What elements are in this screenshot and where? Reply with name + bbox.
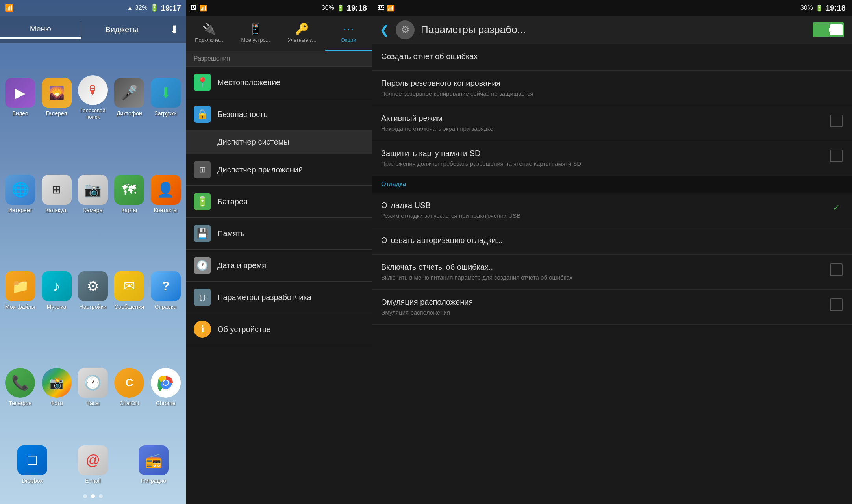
- app-downloads[interactable]: ⬇ Загрузки: [150, 51, 182, 144]
- dev-item-error-reports[interactable]: Включать отчеты об ошибках.. Включить в …: [372, 255, 852, 290]
- settings-item-system-manager[interactable]: Диспетчер системы: [186, 130, 372, 154]
- app-chaton[interactable]: C ChatON: [113, 341, 145, 434]
- app-phone[interactable]: 📞 Телефон: [4, 341, 36, 434]
- apps-grid: ▶ Видео 🌄 Галерея 🎙 Голосовойпоиск 🎤 Дик…: [0, 43, 186, 441]
- appmanager-icon: ⊞: [194, 161, 211, 178]
- settings-item-app-manager[interactable]: ⊞ Диспетчер приложений: [186, 154, 372, 186]
- dev-status-right: 30% 🔋 19:18: [800, 4, 846, 13]
- settings-tab-connections[interactable]: 🔌 Подключе...: [186, 16, 232, 51]
- home-screen: 📶 ▲ 32% 🔋 19:17 Меню Виджеты ⬇ ▶ Видео 🌄: [0, 0, 186, 504]
- settings-tab-options[interactable]: ⋯ Опции: [325, 16, 372, 51]
- dev-item-backup-title: Пароль резервного копирования: [381, 79, 843, 88]
- app-email[interactable]: @ E-mail: [65, 445, 121, 484]
- dev-options-screen: 🖼 📶 30% 🔋 19:18 ❮ ⚙ Параметры разрабо...…: [372, 0, 852, 504]
- dictaphone-icon: 🎤: [114, 78, 144, 108]
- dev-item-protect-sd[interactable]: Защитить карту памяти SD Приложения долж…: [372, 141, 852, 176]
- error-reports-checkbox[interactable]: [830, 263, 843, 276]
- mock-location-checkbox[interactable]: [830, 298, 843, 311]
- dot-1[interactable]: [83, 494, 87, 498]
- download-icon: ⬇: [170, 23, 179, 36]
- myfiles-label: Мои файлы: [5, 304, 35, 310]
- dev-item-bug-report[interactable]: Создать отчет об ошибках: [372, 44, 852, 71]
- dev-item-sd-content: Защитить карту памяти SD Приложения долж…: [381, 149, 824, 168]
- protect-sd-checkbox[interactable]: [830, 150, 843, 162]
- active-mode-checkbox[interactable]: [830, 115, 843, 127]
- fmradio-icon: 📻: [139, 445, 169, 475]
- location-label: Местоположение: [217, 78, 280, 87]
- fmradio-label: FM-радио: [141, 478, 166, 484]
- settings-screen: 🖼 📶 30% 🔋 19:18 🔌 Подключе... 📱 Мое устр…: [186, 0, 372, 504]
- debug-section-title: Отладка: [381, 181, 406, 188]
- settings-item-memory[interactable]: 💾 Память: [186, 218, 372, 250]
- appmanager-label: Диспетчер приложений: [217, 165, 303, 174]
- dev-screenshot-icon: 🖼: [378, 4, 384, 11]
- app-fmradio[interactable]: 📻 FM-радио: [125, 445, 182, 484]
- app-clock[interactable]: 🕐 Часы: [77, 341, 109, 434]
- settings-item-battery[interactable]: 🔋 Батарея: [186, 186, 372, 218]
- back-button[interactable]: ❮: [380, 23, 389, 37]
- dev-item-active-mode[interactable]: Активный режим Никогда не отключать экра…: [372, 106, 852, 141]
- usb-debug-checkbox[interactable]: ✓: [830, 202, 843, 214]
- tab-widgets[interactable]: Виджеты: [81, 21, 163, 38]
- tab-menu[interactable]: Меню: [0, 20, 81, 39]
- app-video[interactable]: ▶ Видео: [4, 51, 36, 144]
- dev-item-usb-subtitle: Режим отладки запускается при подключени…: [381, 211, 824, 220]
- settings-item-datetime[interactable]: 🕐 Дата и время: [186, 250, 372, 282]
- dev-item-sd-title: Защитить карту памяти SD: [381, 149, 824, 158]
- dev-item-backup-pass[interactable]: Пароль резервного копирования Полное рез…: [372, 71, 852, 106]
- app-calc[interactable]: ⊞ Калькул.: [40, 148, 72, 240]
- app-camera[interactable]: 📷 Камера: [77, 148, 109, 240]
- dropbox-icon: ❑: [17, 445, 47, 475]
- dev-item-mock-subtitle: Эмуляция расположения: [381, 308, 824, 317]
- home-time: 19:17: [161, 4, 181, 13]
- page-dots: [0, 488, 186, 504]
- voice-label: Голосовойпоиск: [80, 107, 105, 120]
- usb-debug-checkmark: ✓: [833, 203, 840, 213]
- app-messages[interactable]: ✉ Сообщения: [113, 245, 145, 337]
- app-internet[interactable]: 🌐 Интернет: [4, 148, 36, 240]
- app-myfiles[interactable]: 📁 Мои файлы: [4, 245, 36, 337]
- app-settings[interactable]: ⚙ Настройки: [77, 245, 109, 337]
- about-icon: ℹ: [194, 321, 211, 338]
- status-icons-right: 30% 🔋 19:18: [322, 4, 367, 13]
- settings-item-security[interactable]: 🔒 Безопасность: [186, 98, 372, 130]
- settings-item-about[interactable]: ℹ Об устройстве: [186, 313, 372, 345]
- app-maps[interactable]: 🗺 Карты: [113, 148, 145, 240]
- dot-3[interactable]: [99, 494, 103, 498]
- dev-item-sd-subtitle: Приложения должны требовать разрешения н…: [381, 159, 824, 168]
- app-chrome[interactable]: Chrome: [150, 341, 182, 434]
- dev-item-usb-content: Отладка USB Режим отладки запускается пр…: [381, 201, 824, 220]
- clock-label: Часы: [86, 400, 100, 407]
- app-gallery[interactable]: 🌄 Галерея: [40, 51, 72, 144]
- app-voice[interactable]: 🎙 Голосовойпоиск: [77, 51, 109, 144]
- dev-item-revoke-debug[interactable]: Отозвать авторизацию отладки...: [372, 228, 852, 255]
- dev-battery-pct: 30%: [800, 4, 813, 11]
- dot-2[interactable]: [91, 494, 95, 498]
- dev-item-usb-debug[interactable]: Отладка USB Режим отладки запускается пр…: [372, 193, 852, 228]
- devtools-label: Параметры разработчика: [217, 293, 311, 302]
- settings-tab-accounts[interactable]: 🔑 Учетные з...: [279, 16, 325, 51]
- app-dropbox[interactable]: ❑ Dropbox: [4, 445, 61, 484]
- downloads-label: Загрузки: [155, 110, 177, 117]
- mydevice-tab-label: Мое устро...: [241, 37, 270, 43]
- download-tab[interactable]: ⬇: [162, 19, 186, 40]
- app-contacts[interactable]: 👤 Контакты: [150, 148, 182, 240]
- dev-status-bar: 🖼 📶 30% 🔋 19:18: [372, 0, 852, 16]
- dev-item-errors-content: Включать отчеты об ошибках.. Включить в …: [381, 263, 824, 282]
- app-photos[interactable]: 📸 Фото: [40, 341, 72, 434]
- messages-label: Сообщения: [114, 304, 144, 310]
- dev-options-toggle[interactable]: I: [813, 22, 844, 37]
- security-label: Безопасность: [217, 110, 268, 119]
- dev-options-list: Создать отчет об ошибках Пароль резервно…: [372, 44, 852, 504]
- settings-tab-mydevice[interactable]: 📱 Мое устро...: [232, 16, 279, 51]
- app-help[interactable]: ? Справка: [150, 245, 182, 337]
- dev-item-mock-location[interactable]: Эмуляция расположения Эмуляция расположе…: [372, 290, 852, 325]
- settings-item-devtools[interactable]: {} Параметры разработчика: [186, 282, 372, 313]
- app-dictaphone[interactable]: 🎤 Диктофон: [113, 51, 145, 144]
- settings-item-location[interactable]: 📍 Местоположение: [186, 67, 372, 98]
- screenshot-icon: 🖼: [191, 4, 197, 11]
- app-music[interactable]: ♪ Музыка: [40, 245, 72, 337]
- connections-tab-icon: 🔌: [202, 22, 216, 35]
- dev-item-active-title: Активный режим: [381, 114, 824, 123]
- maps-icon: 🗺: [114, 175, 144, 205]
